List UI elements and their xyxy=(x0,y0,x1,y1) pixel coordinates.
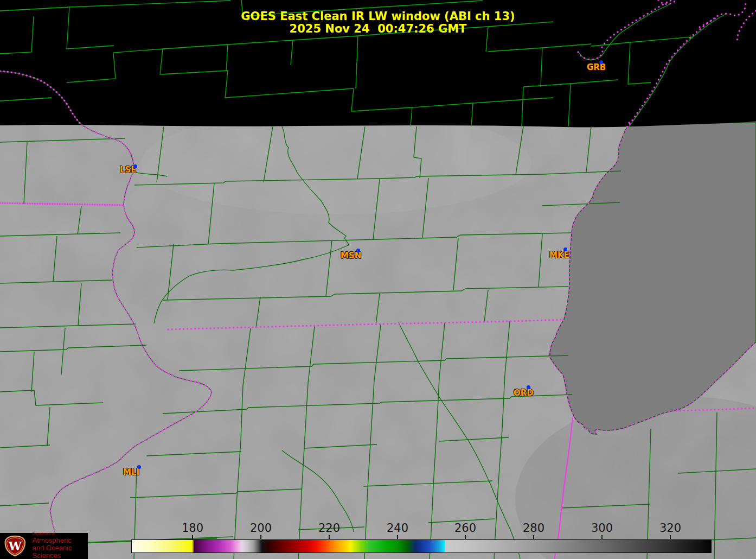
station-dot-msn xyxy=(356,249,360,252)
station-label-grb: GRB xyxy=(587,62,606,72)
station-dot-ord xyxy=(527,385,530,389)
logo-dept-line: Department of xyxy=(32,532,88,536)
station-label-mke: MKE xyxy=(549,250,569,260)
image-timestamp: 2025 Nov 24 00:47:26 GMT xyxy=(0,23,756,35)
colorbar-tick-320 xyxy=(670,535,671,539)
station-dot-mli xyxy=(137,465,141,469)
colorbar-label-320: 320 xyxy=(659,522,681,535)
colorbar-tick-260 xyxy=(465,535,466,539)
colorbar-label-240: 240 xyxy=(387,522,408,535)
uw-aos-logo: W Department of Atmospheric and Oceanic … xyxy=(0,533,88,559)
colorbar-label-280: 280 xyxy=(523,522,544,535)
colorbar-label-180: 180 xyxy=(182,522,203,535)
logo-oceanic-line: and Oceanic Sciences xyxy=(32,544,88,559)
colorbar-label-260: 260 xyxy=(454,522,476,535)
svg-text:W: W xyxy=(8,539,22,553)
logo-text: Department of Atmospheric and Oceanic Sc… xyxy=(32,532,88,559)
image-title-block: GOES East Clean IR LW window (ABI ch 13)… xyxy=(0,10,756,35)
lake-grain-texture xyxy=(553,123,756,437)
colorbar-tick-200 xyxy=(260,535,261,539)
image-title: GOES East Clean IR LW window (ABI ch 13) xyxy=(0,10,756,23)
station-label-mli: MLI xyxy=(123,467,139,477)
colorbar-tick-240 xyxy=(397,535,398,539)
colorbar-label-300: 300 xyxy=(591,522,613,535)
colorbar-label-220: 220 xyxy=(318,522,340,535)
colorbar-tick-180 xyxy=(192,535,193,539)
cloud-bright-patch xyxy=(141,111,531,214)
station-dot-mke xyxy=(563,247,567,251)
station-label-msn: MSN xyxy=(341,251,361,261)
uw-crest-icon: W xyxy=(0,533,30,559)
logo-atmospheric-line: Atmospheric xyxy=(32,537,88,544)
colorbar-tick-300 xyxy=(601,535,603,539)
colorbar-tick-280 xyxy=(533,535,534,539)
satellite-image-viewport[interactable]: GOES East Clean IR LW window (ABI ch 13)… xyxy=(0,0,756,559)
goes-ir-map xyxy=(0,0,756,559)
colorbar-tick-220 xyxy=(329,535,330,539)
colorbar-label-200: 200 xyxy=(250,522,272,535)
station-dot-grb xyxy=(599,60,603,64)
station-dot-lse xyxy=(133,164,137,168)
station-label-ord: ORD xyxy=(514,388,534,398)
temperature-colorbar xyxy=(131,539,712,553)
